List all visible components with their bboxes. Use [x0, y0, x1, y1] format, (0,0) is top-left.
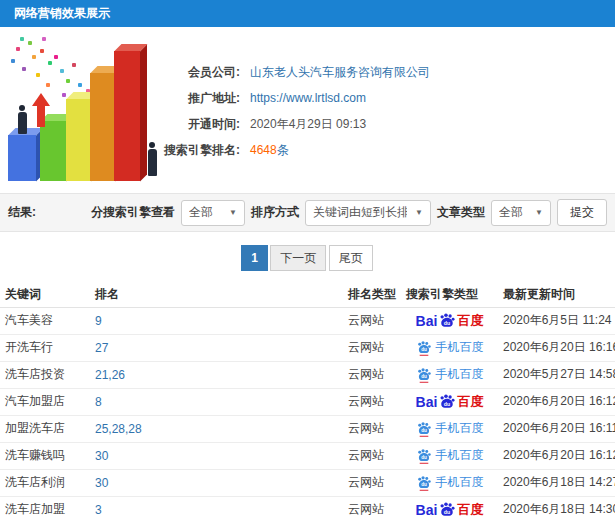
keyword-cell: 洗车店投资 [0, 361, 90, 388]
rank-cell[interactable]: 3 [90, 496, 343, 520]
updated-cell: 2020年6月20日 16:12 [498, 442, 615, 469]
rank-type-cell: 云网站 [343, 307, 401, 334]
svg-text:du: du [421, 374, 427, 379]
open-time-label: 开通时间: [150, 116, 240, 133]
keyword-cell: 开洗车行 [0, 334, 90, 361]
businessman-figure-left [16, 105, 28, 135]
rank-cell[interactable]: 27 [90, 334, 343, 361]
rank-cell[interactable]: 9 [90, 307, 343, 334]
updated-cell: 2020年6月18日 14:30 [498, 496, 615, 520]
filter-bar: 结果: 分搜索引擎查看 全部 ▼ 排序方式 关键词由短到长排序 ▼ 文章类型 全… [0, 193, 615, 232]
promo-url-link[interactable]: https://www.lrtlsd.com [250, 91, 366, 105]
table-row: 洗车店加盟 3 云网站 Baidu百度 2020年6月18日 14:30 [0, 496, 615, 520]
mobile-baidu-logo: du手机百度 [416, 420, 484, 437]
updated-cell: 2020年6月20日 16:11 [498, 415, 615, 442]
up-arrow-icon [32, 93, 50, 127]
bar-red [114, 51, 140, 181]
ranking-count-unit: 条 [277, 143, 289, 157]
engine-cell: du手机百度 [401, 361, 498, 388]
baidu-logo: Baidu百度 [416, 312, 484, 330]
baidu-paw-icon: du [438, 501, 456, 519]
engine-cell: du手机百度 [401, 469, 498, 496]
table-row: 加盟洗车店 25,28,28 云网站 du手机百度 2020年6月20日 16:… [0, 415, 615, 442]
rank-type-cell: 云网站 [343, 469, 401, 496]
updated-cell: 2020年6月18日 14:27 [498, 469, 615, 496]
table-row: 汽车美容 9 云网站 Baidu百度 2020年6月5日 11:24 [0, 307, 615, 334]
engine-type-header: 搜索引擎类型 [401, 283, 498, 307]
mobile-baidu-paw-icon: du [416, 475, 432, 491]
rank-cell[interactable]: 30 [90, 442, 343, 469]
keyword-cell: 汽车美容 [0, 307, 90, 334]
confetti-dots [2, 31, 6, 35]
table-row: 开洗车行 27 云网站 du手机百度 2020年6月20日 16:16 [0, 334, 615, 361]
ranking-count-value: 4648 [250, 143, 277, 157]
member-company-link[interactable]: 山东老人头汽车服务咨询有限公司 [250, 64, 430, 81]
svg-text:du: du [444, 319, 450, 325]
bar-blue [8, 135, 36, 181]
keyword-cell: 洗车赚钱吗 [0, 442, 90, 469]
baidu-paw-icon: du [438, 312, 456, 330]
updated-cell: 2020年6月20日 16:16 [498, 334, 615, 361]
mobile-baidu-logo: du手机百度 [416, 447, 484, 464]
engine-cell: du手机百度 [401, 334, 498, 361]
chevron-down-icon: ▼ [535, 208, 543, 217]
mobile-baidu-paw-icon: du [416, 421, 432, 437]
svg-text:du: du [444, 508, 450, 514]
company-info: 会员公司: 山东老人头汽车服务咨询有限公司 推广地址: https://www.… [150, 59, 430, 163]
ranking-count-row: 搜索引擎排名: 4648条 [150, 137, 430, 163]
bar-orange [90, 73, 115, 181]
mobile-baidu-paw-icon: du [416, 340, 432, 356]
article-type-select[interactable]: 全部 ▼ [491, 200, 551, 226]
bar-green [40, 121, 66, 181]
chevron-down-icon: ▼ [415, 208, 423, 217]
keyword-cell: 洗车店加盟 [0, 496, 90, 520]
submit-button[interactable]: 提交 [557, 199, 607, 226]
promo-url-row: 推广地址: https://www.lrtlsd.com [150, 85, 430, 111]
engine-filter-select[interactable]: 全部 ▼ [181, 200, 245, 226]
bar-yellow [66, 99, 91, 181]
engine-cell: Baidu百度 [401, 307, 498, 334]
page-1-button[interactable]: 1 [241, 245, 268, 271]
svg-text:du: du [421, 347, 427, 352]
engine-cell: Baidu百度 [401, 496, 498, 520]
rank-type-cell: 云网站 [343, 388, 401, 415]
keyword-header: 关键词 [0, 283, 90, 307]
info-section: 会员公司: 山东老人头汽车服务咨询有限公司 推广地址: https://www.… [0, 27, 615, 193]
rank-cell[interactable]: 30 [90, 469, 343, 496]
rank-cell[interactable]: 25,28,28 [90, 415, 343, 442]
table-row: 洗车赚钱吗 30 云网站 du手机百度 2020年6月20日 16:12 [0, 442, 615, 469]
next-page-button[interactable]: 下一页 [270, 245, 326, 271]
rank-type-cell: 云网站 [343, 361, 401, 388]
keyword-cell: 洗车店利润 [0, 469, 90, 496]
engine-cell: du手机百度 [401, 442, 498, 469]
svg-text:du: du [444, 400, 450, 406]
mobile-baidu-paw-icon: du [416, 367, 432, 383]
rank-cell[interactable]: 8 [90, 388, 343, 415]
engine-filter-label: 分搜索引擎查看 [91, 204, 175, 221]
rank-type-cell: 云网站 [343, 442, 401, 469]
rank-header: 排名 [90, 283, 343, 307]
sort-label: 排序方式 [251, 204, 299, 221]
page-title: 网络营销效果展示 [14, 5, 110, 22]
open-time-row: 开通时间: 2020年4月29日 09:13 [150, 111, 430, 137]
engine-cell: Baidu百度 [401, 388, 498, 415]
mobile-baidu-paw-icon: du [416, 448, 432, 464]
last-page-button[interactable]: 尾页 [329, 245, 373, 271]
open-time-value: 2020年4月29日 09:13 [250, 116, 366, 133]
app-header: 网络营销效果展示 [0, 0, 615, 27]
svg-text:du: du [421, 455, 427, 460]
article-type-label: 文章类型 [437, 204, 485, 221]
table-row: 洗车店投资 21,26 云网站 du手机百度 2020年5月27日 14:58 [0, 361, 615, 388]
table-row: 洗车店利润 30 云网站 du手机百度 2020年6月18日 14:27 [0, 469, 615, 496]
marketing-chart-illustration [2, 31, 168, 189]
promo-url-label: 推广地址: [150, 90, 240, 107]
updated-cell: 2020年6月20日 16:12 [498, 388, 615, 415]
sort-select[interactable]: 关键词由短到长排序 ▼ [305, 200, 431, 226]
member-company-label: 会员公司: [150, 64, 240, 81]
baidu-paw-icon: du [438, 393, 456, 411]
table-header-row: 关键词 排名 排名类型 搜索引擎类型 最新更新时间 [0, 283, 615, 307]
mobile-baidu-logo: du手机百度 [416, 339, 484, 356]
rank-cell[interactable]: 21,26 [90, 361, 343, 388]
mobile-baidu-logo: du手机百度 [416, 366, 484, 383]
rank-type-cell: 云网站 [343, 496, 401, 520]
